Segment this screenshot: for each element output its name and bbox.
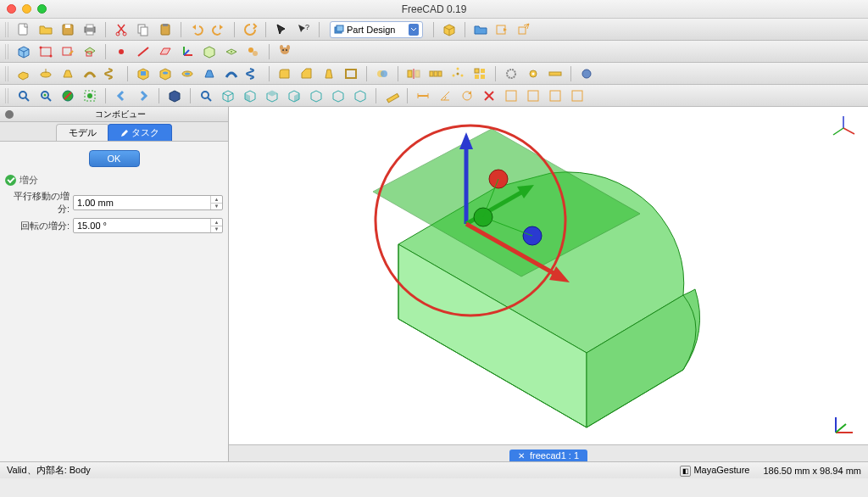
window-minimize-icon[interactable] <box>22 4 31 14</box>
fit-selection-button[interactable] <box>36 87 56 105</box>
datum-cs-button[interactable] <box>177 42 198 61</box>
paste-button[interactable] <box>155 20 175 39</box>
measure-refresh-button[interactable] <box>457 87 477 105</box>
print-button[interactable] <box>80 20 100 39</box>
map-sketch-button[interactable] <box>80 42 100 61</box>
new-file-button[interactable] <box>14 20 34 39</box>
hole-button[interactable] <box>155 64 175 83</box>
pin-icon[interactable] <box>5 110 14 119</box>
refresh-button[interactable] <box>240 20 260 39</box>
datum-line-button[interactable] <box>133 42 153 61</box>
orientation-indicator-icon[interactable] <box>829 114 858 142</box>
measure-button[interactable] <box>381 87 402 105</box>
nav-back-button[interactable] <box>111 87 131 105</box>
chamfer-button[interactable] <box>297 64 317 83</box>
spin-up-icon[interactable]: ▲ <box>211 219 222 226</box>
polar-pattern-button[interactable] <box>448 64 468 83</box>
mirrored-button[interactable] <box>403 64 424 83</box>
nav-external-button[interactable] <box>515 20 535 39</box>
groove-button[interactable] <box>177 64 198 83</box>
view-front-button[interactable] <box>240 87 260 105</box>
spin-down-icon[interactable]: ▼ <box>211 226 222 233</box>
spin-up-icon[interactable]: ▲ <box>211 196 222 204</box>
datum-plane-button[interactable] <box>155 42 175 61</box>
measure-linear-button[interactable] <box>413 87 433 105</box>
document-tab[interactable]: ✕ freecad1 : 1 <box>509 450 587 461</box>
sphere-button[interactable] <box>576 64 597 83</box>
undo-button[interactable] <box>186 20 207 39</box>
cut-button[interactable] <box>111 20 131 39</box>
part-box-button[interactable] <box>439 20 459 39</box>
multi-transform-button[interactable] <box>470 64 490 83</box>
measure-toggle-3d-button[interactable] <box>523 87 543 105</box>
view-left-button[interactable] <box>350 87 370 105</box>
edit-sketch-button[interactable] <box>58 42 78 61</box>
sweep-button[interactable] <box>80 64 100 83</box>
revolution-button[interactable] <box>36 64 56 83</box>
arrow-cursor-button[interactable] <box>271 20 292 39</box>
create-sketch-button[interactable] <box>36 42 56 61</box>
save-file-button[interactable] <box>58 20 78 39</box>
spin-down-icon[interactable]: ▼ <box>211 204 222 210</box>
increment-section-header[interactable]: 増分 <box>5 174 223 187</box>
axis-cross-icon[interactable] <box>829 410 858 439</box>
workbench-selector[interactable]: Part Design <box>330 21 423 38</box>
tab-task[interactable]: タスク <box>108 124 172 141</box>
sub-binder-button[interactable] <box>221 42 242 61</box>
help-button[interactable] <box>275 42 295 61</box>
sprocket-button[interactable] <box>501 64 521 83</box>
view-top-button[interactable] <box>262 87 282 105</box>
rotate-increment-input[interactable]: ▲▼ <box>73 218 223 233</box>
copy-button[interactable] <box>133 20 153 39</box>
nav-forward-button[interactable] <box>492 20 513 39</box>
pocket-button[interactable] <box>133 64 153 83</box>
sub-sweep-button[interactable] <box>221 64 242 83</box>
zoom-button[interactable] <box>196 87 216 105</box>
fit-all-button[interactable] <box>14 87 34 105</box>
close-tab-icon[interactable]: ✕ <box>518 451 525 461</box>
sub-loft-button[interactable] <box>199 64 220 83</box>
nav-forward-button[interactable] <box>133 87 153 105</box>
clone-button[interactable] <box>243 42 264 61</box>
helix-button[interactable] <box>102 64 122 83</box>
3d-viewport[interactable]: ✕ freecad1 : 1 <box>229 107 868 461</box>
draft-button[interactable] <box>319 64 339 83</box>
sub-helix-button[interactable] <box>243 64 264 83</box>
thickness-button[interactable] <box>341 64 361 83</box>
draw-style-button[interactable] <box>58 87 78 105</box>
linear-pattern-button[interactable] <box>426 64 446 83</box>
window-maximize-icon[interactable] <box>37 4 47 14</box>
measure-clear-button[interactable] <box>479 87 499 105</box>
pad-button[interactable] <box>14 64 34 83</box>
isometric-button[interactable] <box>218 87 238 105</box>
nav-open-button[interactable] <box>470 20 491 39</box>
bounding-box-button[interactable] <box>80 87 100 105</box>
create-body-button[interactable] <box>14 42 34 61</box>
whatsthis-button[interactable]: ? <box>293 20 314 39</box>
redo-button[interactable] <box>209 20 229 39</box>
measure-toggle-all-button[interactable] <box>501 87 521 105</box>
datum-point-button[interactable] <box>111 42 131 61</box>
loft-button[interactable] <box>58 64 78 83</box>
nav-style[interactable]: ◧MayaGesture <box>680 465 749 477</box>
ok-button[interactable]: OK <box>89 150 140 167</box>
titlebar: FreeCAD 0.19 <box>0 0 868 19</box>
svg-rect-56 <box>481 75 485 79</box>
translate-increment-input[interactable]: ▲▼ <box>73 195 223 210</box>
boolean-button[interactable] <box>372 64 392 83</box>
view-right-button[interactable] <box>284 87 304 105</box>
window-close-icon[interactable] <box>7 4 16 14</box>
measure-extra-button[interactable] <box>567 87 587 105</box>
gear-button[interactable] <box>523 64 543 83</box>
view-bottom-button[interactable] <box>328 87 348 105</box>
shape-binder-button[interactable] <box>199 42 220 61</box>
link-navigation-button[interactable] <box>164 87 185 105</box>
measure-angular-button[interactable] <box>435 87 455 105</box>
svg-rect-78 <box>528 91 538 101</box>
view-rear-button[interactable] <box>306 87 326 105</box>
measure-toggle-delta-button[interactable] <box>545 87 565 105</box>
tab-model[interactable]: モデル <box>56 124 109 141</box>
shaft-wizard-button[interactable] <box>545 64 565 83</box>
fillet-button[interactable] <box>275 64 295 83</box>
open-file-button[interactable] <box>36 20 56 39</box>
